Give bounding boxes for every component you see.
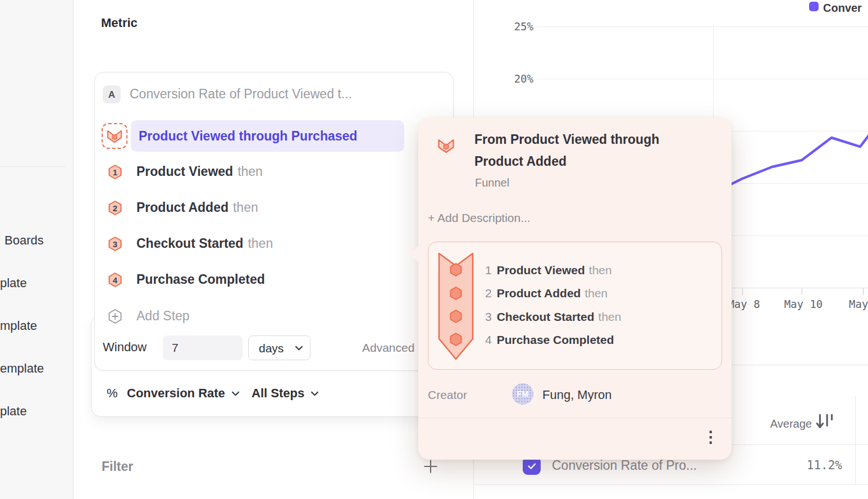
- y-axis-tick-20: 20%: [494, 74, 533, 84]
- step-3-suffix: then: [248, 236, 273, 251]
- sidebar-item-boards[interactable]: Boards: [4, 234, 44, 247]
- table-row-average-value: 11.2%: [764, 460, 842, 471]
- svg-text:2: 2: [113, 203, 117, 213]
- step-1-suffix: then: [237, 164, 263, 179]
- table-column-divider: [855, 396, 856, 485]
- metric-card: [94, 72, 454, 371]
- step-3-hexagon-icon: 3: [108, 236, 122, 252]
- advanced-button[interactable]: Advanced: [362, 342, 414, 353]
- funnel-name: Product Viewed through Purchased: [139, 130, 357, 143]
- legend-label[interactable]: Conver: [823, 2, 862, 13]
- funnel-details-popover: From Product Viewed through Product Adde…: [418, 118, 732, 460]
- popover-type-label: Funnel: [475, 177, 509, 188]
- funnel-icon: [106, 129, 123, 143]
- measure-prefix: %: [107, 387, 118, 400]
- series-title[interactable]: Conversion Rate of Product Viewed t...: [130, 88, 352, 101]
- step-row-2[interactable]: Product Addedthen: [136, 201, 258, 214]
- window-value-input[interactable]: [163, 335, 243, 360]
- step-row-1[interactable]: Product Viewedthen: [136, 165, 263, 178]
- window-unit-select[interactable]: days: [248, 335, 310, 360]
- creator-avatar: FM: [512, 383, 533, 405]
- x-axis-label-may12: May: [849, 299, 868, 310]
- add-step-hexagon-icon[interactable]: [108, 309, 122, 324]
- window-label: Window: [103, 341, 147, 353]
- add-filter-button[interactable]: [423, 459, 438, 474]
- funnel-name-pill[interactable]: Product Viewed through Purchased: [131, 120, 404, 152]
- popover-step-3: 3Checkout Startedthen: [485, 311, 621, 323]
- series-badge: A: [103, 85, 121, 103]
- sidebar-item-template-3[interactable]: emplate: [0, 362, 44, 375]
- add-step-button[interactable]: Add Step: [136, 310, 190, 323]
- measure-dropdown[interactable]: Conversion Rate: [127, 387, 239, 400]
- chevron-down-icon: [311, 391, 318, 396]
- chevron-down-icon: [295, 346, 303, 351]
- step-4-name: Purchase Completed: [136, 272, 265, 287]
- sidebar-divider: [0, 166, 65, 167]
- average-column-header[interactable]: Average: [719, 418, 812, 429]
- y-axis-tick-25: 25%: [494, 21, 533, 32]
- sidebar-item-template-4[interactable]: plate: [0, 405, 27, 418]
- funnel-icon: [437, 138, 455, 153]
- creator-avatar-initials: FM: [517, 390, 528, 398]
- step-3-name: Checkout Started: [136, 236, 243, 251]
- creator-label: Creator: [428, 389, 467, 401]
- step-1-name: Product Viewed: [136, 164, 233, 179]
- steps-scope-dropdown[interactable]: All Steps: [252, 387, 318, 400]
- step-2-name: Product Added: [136, 200, 229, 215]
- popover-arrow: [410, 246, 418, 262]
- popover-step-4: 4Purchase Completed: [485, 334, 618, 346]
- metric-heading: Metric: [101, 17, 138, 29]
- sidebar-item-template-2[interactable]: mplate: [0, 320, 37, 332]
- table-row-divider: [473, 484, 868, 485]
- svg-text:3: 3: [113, 239, 117, 249]
- popover-step-2: 2Product Addedthen: [485, 287, 607, 299]
- x-axis-label-may10: May 10: [780, 299, 827, 310]
- window-unit-value: days: [259, 342, 284, 354]
- sidebar: [0, 0, 74, 499]
- popover-step-1: 1Product Viewedthen: [485, 264, 612, 276]
- svg-text:4: 4: [113, 275, 118, 285]
- measure-label: Conversion Rate: [127, 387, 225, 400]
- step-4-hexagon-icon: 4: [108, 272, 122, 288]
- filter-heading: Filter: [102, 460, 133, 473]
- funnel-ribbon-icon: [436, 249, 476, 362]
- popover-title: From Product Viewed through Product Adde…: [474, 129, 682, 173]
- step-row-3[interactable]: Checkout Startedthen: [136, 237, 273, 250]
- legend-swatch[interactable]: [809, 2, 819, 11]
- chevron-down-icon: [232, 391, 239, 396]
- popover-divider: [418, 418, 732, 418]
- funnel-metric-icon[interactable]: [102, 123, 127, 149]
- step-row-4[interactable]: Purchase Completed: [136, 273, 269, 286]
- check-icon: [526, 460, 537, 471]
- steps-scope-label: All Steps: [252, 387, 304, 400]
- step-2-hexagon-icon: 2: [108, 200, 122, 216]
- add-description-button[interactable]: + Add Description...: [428, 212, 531, 224]
- more-options-icon[interactable]: ⋮: [703, 429, 719, 445]
- step-1-hexagon-icon: 1: [108, 164, 122, 180]
- creator-name: Fung, Myron: [542, 389, 612, 401]
- sidebar-item-template-1[interactable]: plate: [0, 277, 27, 289]
- svg-text:1: 1: [113, 167, 117, 177]
- sort-descending-icon[interactable]: [815, 413, 837, 432]
- table-row-label[interactable]: Conversion Rate of Pro...: [552, 459, 697, 472]
- step-2-suffix: then: [233, 200, 258, 215]
